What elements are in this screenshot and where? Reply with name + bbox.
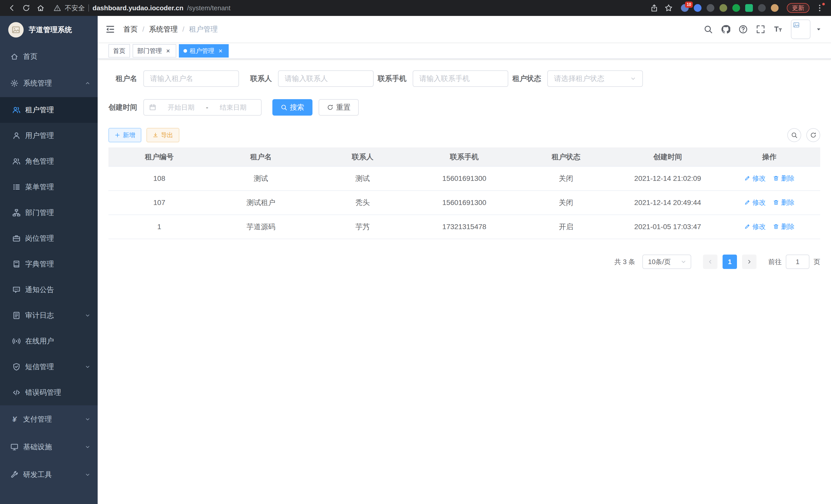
chevron-down-icon (85, 313, 90, 318)
chrome-update-button[interactable]: 更新 (787, 3, 809, 13)
tenant-name-input-field[interactable] (150, 75, 232, 83)
tab-home[interactable]: 首页 (109, 44, 130, 58)
sidebar-item-dict[interactable]: 字典管理 (0, 251, 98, 277)
contact-mobile-input-field[interactable] (419, 75, 502, 83)
breadcrumb-item[interactable]: 首页 (123, 24, 138, 34)
extension-3[interactable] (707, 4, 714, 12)
search-button[interactable]: 搜索 (273, 99, 312, 116)
extension-1[interactable]: 10 (681, 4, 689, 12)
search-icon[interactable] (704, 25, 713, 34)
fullscreen-icon[interactable] (756, 25, 765, 34)
date-end-placeholder: 结束日期 (210, 103, 256, 112)
contact-input[interactable] (278, 70, 374, 87)
tab-dept[interactable]: 部门管理× (133, 44, 176, 58)
security-label[interactable]: 不安全 (65, 4, 85, 12)
extension-4[interactable] (719, 4, 727, 12)
sidebar-item-menu[interactable]: 菜单管理 (0, 174, 98, 200)
next-page-button[interactable] (742, 255, 756, 269)
font-size-icon[interactable] (773, 25, 783, 34)
sidebar-toggle-icon[interactable] (105, 24, 115, 34)
delete-button[interactable]: 删除 (773, 174, 795, 183)
sidebar-item-home[interactable]: 首页 (0, 44, 98, 69)
breadcrumb-item[interactable]: 系统管理 (149, 24, 178, 34)
tab-tenant[interactable]: 租户管理× (179, 44, 229, 58)
goto-page-input[interactable] (786, 255, 809, 269)
table-cell: 2021-12-14 20:49:44 (617, 190, 719, 215)
delete-label: 删除 (781, 222, 795, 231)
extension-5[interactable] (732, 4, 740, 12)
help-icon[interactable] (739, 25, 748, 34)
browser-back-button[interactable] (5, 1, 19, 14)
add-button[interactable]: 新增 (109, 128, 141, 142)
close-icon[interactable]: × (165, 47, 172, 55)
extension-8[interactable] (771, 4, 779, 12)
browser-menu-button[interactable] (815, 4, 824, 12)
sidebar-item-tenant[interactable]: 租户管理 (0, 97, 98, 123)
browser-reload-button[interactable] (20, 1, 33, 14)
refresh-table-button[interactable] (806, 128, 820, 142)
sidebar-item-infra[interactable]: 基础设施 (0, 433, 98, 461)
extension-7[interactable] (758, 4, 766, 12)
page-1-button[interactable]: 1 (722, 255, 737, 269)
chevron-left-icon (707, 259, 713, 265)
sidebar-item-audit-log[interactable]: 审计日志 (0, 303, 98, 328)
url-path: /system/tenant (187, 4, 230, 12)
export-button[interactable]: 导出 (146, 128, 179, 142)
post-icon (12, 234, 21, 242)
delete-label: 删除 (781, 198, 795, 207)
contact-mobile-input[interactable] (413, 70, 508, 87)
row-actions: 修改删除 (718, 167, 820, 190)
edit-button[interactable]: 修改 (744, 198, 766, 207)
edit-icon (744, 224, 750, 230)
sidebar-item-post[interactable]: 岗位管理 (0, 226, 98, 251)
edit-button[interactable]: 修改 (744, 222, 766, 231)
sidebar-item-role[interactable]: 角色管理 (0, 148, 98, 174)
sidebar-item-system[interactable]: 系统管理 (0, 69, 98, 97)
delete-button[interactable]: 删除 (773, 198, 795, 207)
extension-6[interactable] (745, 4, 753, 12)
github-icon[interactable] (721, 25, 730, 34)
close-icon[interactable]: × (217, 47, 224, 55)
sidebar-item-dept[interactable]: 部门管理 (0, 200, 98, 226)
tenant-status-select[interactable]: 请选择租户状态 (547, 70, 643, 87)
edit-button[interactable]: 修改 (744, 174, 766, 183)
edit-label: 修改 (752, 222, 766, 231)
sidebar-item-error-code[interactable]: 错误码管理 (0, 380, 98, 405)
browser-actions: 10 更新 (650, 3, 826, 13)
page-size-select[interactable]: 10条/页 (642, 255, 691, 269)
sidebar-item-payment[interactable]: ¥支付管理 (0, 405, 98, 433)
filter-label: 联系手机 (378, 74, 413, 84)
url-host: dashboard.yudao.iocoder.cn (92, 4, 183, 12)
bookmark-star-icon[interactable] (664, 4, 673, 12)
app-logo[interactable]: 芋道管理系统 (0, 16, 98, 44)
search-icon (791, 132, 798, 139)
browser-home-button[interactable] (34, 1, 47, 14)
sidebar-item-online-user[interactable]: 在线用户 (0, 328, 98, 354)
prev-page-button[interactable] (703, 255, 717, 269)
warning-icon (53, 4, 61, 12)
caret-down-icon[interactable] (815, 26, 822, 32)
sidebar-item-notice[interactable]: 通知公告 (0, 277, 98, 303)
toggle-search-button[interactable] (787, 128, 801, 142)
delete-button[interactable]: 删除 (773, 222, 795, 231)
address-bar[interactable]: 不安全 dashboard.yudao.iocoder.cn/system/te… (53, 4, 644, 12)
sidebar-item-sms[interactable]: 短信管理 (0, 354, 98, 380)
back-arrow-icon (8, 4, 16, 12)
date-range-picker[interactable]: 开始日期 - 结束日期 (143, 99, 262, 116)
sidebar-item-devtools[interactable]: 研发工具 (0, 461, 98, 488)
filter-item-tenant-status: 租户状态请选择租户状态 (512, 70, 643, 87)
filter-row-1: 租户名联系人联系手机租户状态请选择租户状态 (109, 70, 820, 87)
online-icon (12, 337, 21, 345)
contact-input-field[interactable] (285, 75, 367, 83)
chevron-up-icon (85, 80, 90, 86)
tenant-name-input[interactable] (143, 70, 239, 87)
app-title: 芋道管理系统 (29, 25, 72, 35)
avatar[interactable] (791, 20, 810, 39)
sidebar-item-user[interactable]: 用户管理 (0, 123, 98, 148)
plus-icon (115, 132, 120, 138)
sidebar: 芋道管理系统 首页系统管理租户管理用户管理角色管理菜单管理部门管理岗位管理字典管… (0, 16, 98, 504)
reset-button[interactable]: 重置 (319, 99, 359, 116)
extension-2[interactable] (694, 4, 701, 12)
tab-label: 部门管理 (137, 47, 162, 55)
share-icon[interactable] (650, 4, 658, 12)
